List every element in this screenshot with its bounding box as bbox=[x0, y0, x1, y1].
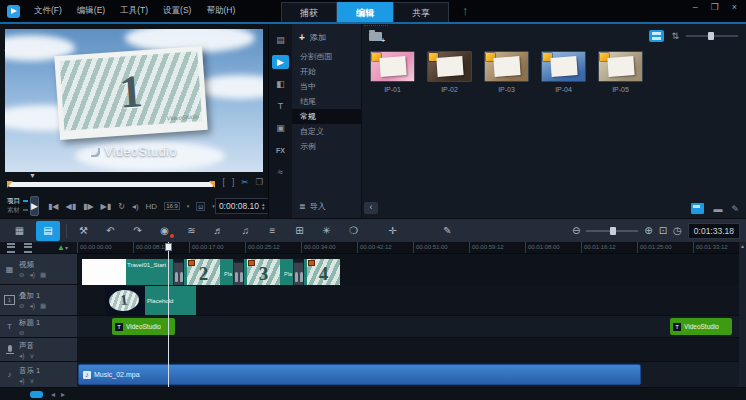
category-split-screen[interactable]: 分割画面 bbox=[292, 49, 361, 64]
effects-button[interactable]: ✳ bbox=[313, 221, 340, 241]
voice-track-header[interactable]: 声音 ◂) ∨ bbox=[0, 337, 77, 361]
track-pattern-icon[interactable]: ▦ bbox=[40, 271, 46, 278]
tab-edit[interactable]: 编辑 bbox=[337, 2, 393, 22]
menu-item[interactable]: 设置(S) bbox=[163, 5, 191, 17]
close-button[interactable]: × bbox=[732, 2, 737, 12]
timeline-view-button[interactable]: ▤ bbox=[36, 221, 60, 241]
timeline-mode-mini-toggle[interactable] bbox=[30, 391, 43, 398]
overlay-clip[interactable]: 1 Placehold bbox=[105, 286, 196, 315]
timecode-down-icon[interactable]: ▾ bbox=[262, 206, 265, 210]
zoom-out-button[interactable]: ⊖ bbox=[572, 225, 580, 236]
minimize-button[interactable]: – bbox=[693, 2, 698, 12]
scrubber-bar[interactable] bbox=[8, 182, 214, 187]
redo-button[interactable]: ↷ bbox=[124, 221, 151, 241]
titles-icon[interactable]: T bbox=[272, 99, 289, 113]
template-thumbnail[interactable]: IP-02 bbox=[427, 51, 472, 93]
track-list-icon[interactable] bbox=[7, 243, 15, 253]
mark-in-button[interactable]: [ bbox=[223, 177, 225, 187]
add-category-button[interactable]: +添加 bbox=[292, 24, 361, 49]
category-ending[interactable]: 结尾 bbox=[292, 94, 361, 109]
display-option-button[interactable]: ⊡ bbox=[196, 202, 205, 211]
overlay-track-header[interactable]: 1 叠加 1 ⊘ ◂) ▦ bbox=[0, 284, 77, 315]
timeline-playhead-handle[interactable] bbox=[165, 243, 172, 251]
go-start-button[interactable]: ▮◀ bbox=[48, 202, 59, 211]
list-view-toggle[interactable] bbox=[649, 30, 664, 42]
category-beginning[interactable]: 开始 bbox=[292, 64, 361, 79]
collapse-panel-button[interactable]: ‹ bbox=[364, 202, 378, 214]
hd-toggle[interactable]: HD bbox=[146, 202, 158, 211]
mode-clip[interactable]: 素材 bbox=[7, 206, 20, 214]
transitions-icon[interactable]: ◧ bbox=[272, 77, 289, 91]
expand-track-icon[interactable]: ∨ bbox=[29, 377, 34, 384]
voice-track[interactable] bbox=[77, 338, 746, 362]
template-thumbnail[interactable]: IP-04 bbox=[541, 51, 586, 93]
tab-share[interactable]: 共享 bbox=[393, 2, 449, 22]
transition-icon[interactable] bbox=[173, 262, 184, 286]
menu-item[interactable]: 编辑(E) bbox=[77, 5, 105, 17]
ripple-edit-icon[interactable]: ▲▾ bbox=[57, 243, 68, 252]
add-folder-icon[interactable] bbox=[369, 32, 382, 41]
category-general[interactable]: 常规 bbox=[292, 109, 361, 124]
music-clip[interactable]: ♪ Music_02.mpa bbox=[78, 364, 641, 385]
category-middle[interactable]: 当中 bbox=[292, 79, 361, 94]
go-end-button[interactable]: ▶▮ bbox=[101, 202, 112, 211]
upload-arrow-icon[interactable]: ↑ bbox=[462, 2, 469, 20]
enlarge-preview-button[interactable]: ❐ bbox=[255, 177, 263, 187]
thumbnail-size-slider[interactable] bbox=[686, 35, 738, 37]
split-clip-button[interactable]: ✂ bbox=[241, 177, 248, 187]
repeat-button[interactable]: ↻ bbox=[118, 202, 125, 211]
media-library-icon[interactable]: ▤ bbox=[272, 33, 289, 47]
video-track-header[interactable]: ▦ 视频 ⊘ ◂) ▦ bbox=[0, 253, 77, 284]
mode-project[interactable]: 项目 bbox=[7, 197, 20, 205]
lock-track-icon[interactable]: ⊘ bbox=[19, 329, 24, 336]
prev-frame-button[interactable]: ◀▮ bbox=[65, 202, 76, 211]
expand-track-icon[interactable]: ∨ bbox=[29, 352, 34, 359]
tab-capture[interactable]: 捕获 bbox=[281, 2, 337, 22]
category-custom[interactable]: 自定义 bbox=[292, 124, 361, 139]
edit-mode-icon[interactable]: ✎ bbox=[731, 204, 739, 214]
preview-timecode[interactable]: 0:00:08.10 ▴▾ bbox=[215, 198, 269, 214]
template-thumbnail[interactable]: IP-05 bbox=[598, 51, 643, 93]
lock-track-icon[interactable]: ⊘ bbox=[19, 271, 24, 278]
sound-mixer-button[interactable]: ≋ bbox=[178, 221, 205, 241]
graphics-icon[interactable]: ▣ bbox=[272, 121, 289, 135]
trim-handle-right[interactable] bbox=[209, 181, 215, 188]
sort-icon[interactable]: ⇅ bbox=[671, 31, 679, 41]
auto-music-button[interactable]: ♫ bbox=[232, 221, 259, 241]
mark-out-button[interactable]: ] bbox=[232, 177, 234, 187]
filters-icon[interactable]: FX bbox=[272, 143, 289, 157]
show-library-toggle[interactable] bbox=[691, 203, 704, 214]
chat-bubble-button[interactable]: ❍ bbox=[340, 221, 367, 241]
mute-track-icon[interactable]: ◂) bbox=[19, 352, 24, 359]
marker-button[interactable]: ✎ bbox=[434, 221, 461, 241]
fit-timeline-button[interactable]: ⊡ bbox=[659, 225, 667, 236]
panel-drag-handle[interactable] bbox=[364, 25, 388, 26]
storyboard-view-button[interactable]: ▦ bbox=[6, 221, 33, 241]
lock-track-icon[interactable]: ⊘ bbox=[19, 302, 24, 309]
zoom-slider-knob[interactable] bbox=[610, 227, 616, 235]
scroll-left-icon[interactable]: ◂ bbox=[51, 390, 55, 399]
title-track[interactable]: T VideoStudio T VideoStudio bbox=[77, 316, 746, 338]
track-list-alt-icon[interactable] bbox=[24, 243, 32, 253]
category-sample[interactable]: 示例 bbox=[292, 139, 361, 154]
trim-handle-left[interactable] bbox=[7, 181, 13, 188]
menu-item[interactable]: 工具(T) bbox=[120, 5, 148, 17]
overlay-track[interactable]: 1 Placehold bbox=[77, 285, 746, 316]
timeline-vertical-scrollbar[interactable]: ▴ bbox=[739, 242, 746, 387]
aspect-ratio-button[interactable]: 16:9 bbox=[164, 202, 180, 210]
title-clip-right[interactable]: T VideoStudio bbox=[670, 318, 732, 335]
slider-knob[interactable] bbox=[708, 32, 714, 40]
scroll-up-icon[interactable]: ▴ bbox=[741, 243, 744, 249]
track-manager-button[interactable]: ⊞ bbox=[286, 221, 313, 241]
music-track[interactable]: ♪ Music_02.mpa bbox=[77, 362, 746, 387]
title-track-header[interactable]: T 标题 1 ⊘ bbox=[0, 315, 77, 337]
template-thumbnail[interactable]: IP-01 bbox=[370, 51, 415, 93]
subtitle-editor-button[interactable]: ≡ bbox=[259, 221, 286, 241]
motion-tracking-button[interactable]: ✛ bbox=[379, 221, 406, 241]
template-thumbnail[interactable]: IP-03 bbox=[484, 51, 529, 93]
show-media-toggle[interactable]: ▬ bbox=[713, 204, 722, 214]
record-capture-button[interactable]: ◉ bbox=[151, 221, 178, 241]
mute-track-icon[interactable]: ◂) bbox=[29, 271, 34, 278]
audio-adjust-button[interactable]: ♬ bbox=[205, 221, 232, 241]
music-track-header[interactable]: ♪ 音乐 1 ◂) ∨ bbox=[0, 361, 77, 387]
